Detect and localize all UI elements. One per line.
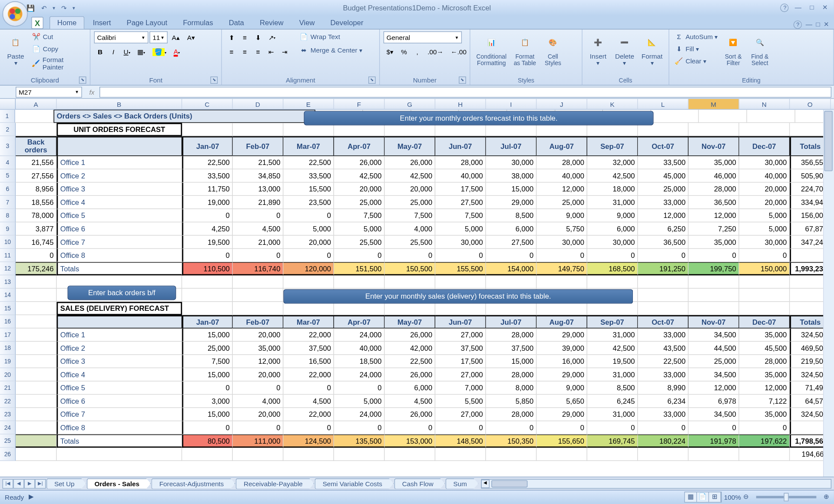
cell[interactable]: 151,500 [334, 262, 385, 276]
cell[interactable]: 0 [283, 249, 334, 262]
sheet-tab[interactable]: Orders - Sales [86, 478, 151, 489]
close-button[interactable]: ✕ [820, 3, 831, 12]
cell[interactable] [688, 123, 739, 136]
cell[interactable]: 0 [739, 421, 790, 435]
cell[interactable]: Mar-07 [283, 136, 334, 156]
cell[interactable]: 20,000 [739, 196, 790, 209]
cell[interactable]: 36,500 [688, 196, 739, 209]
cell[interactable]: 169,745 [587, 435, 638, 448]
cell[interactable]: 0 [283, 421, 334, 435]
row-header[interactable]: 6 [0, 183, 16, 196]
cell[interactable]: 8,500 [486, 209, 537, 223]
cell[interactable]: 27,000 [435, 368, 486, 382]
cell[interactable]: Jul-07 [486, 315, 537, 329]
tab-page-layout[interactable]: Page Layout [119, 17, 175, 29]
cell[interactable]: 30,000 [435, 236, 486, 249]
cell[interactable]: 30,000 [739, 156, 790, 169]
col-header-L[interactable]: L [638, 99, 689, 109]
cell[interactable] [651, 110, 699, 123]
cell[interactable] [688, 275, 739, 289]
cell[interactable]: 19,500 [182, 236, 233, 249]
cell[interactable]: 43,500 [638, 342, 689, 355]
cell[interactable]: Jun-07 [435, 315, 486, 329]
cell[interactable]: 4,000 [233, 395, 284, 408]
cell[interactable]: 0 [385, 421, 436, 435]
cell[interactable]: Totals [56, 435, 182, 448]
cell[interactable]: Sep-07 [587, 136, 638, 156]
cell[interactable]: 22,000 [283, 328, 334, 342]
cell[interactable] [16, 355, 56, 369]
sort-filter-button[interactable]: 🔽Sort & Filter [721, 31, 745, 67]
cell[interactable]: 0 [233, 249, 284, 262]
cell[interactable] [16, 435, 56, 448]
col-header-C[interactable]: C [182, 99, 233, 109]
ribbon-close[interactable]: ✕ [824, 20, 829, 29]
cell[interactable]: 34,500 [688, 368, 739, 382]
cell[interactable]: 24,000 [334, 328, 385, 342]
cell[interactable]: Office 7 [56, 236, 182, 249]
tab-home[interactable]: Home [50, 16, 85, 29]
cell[interactable]: Office 2 [56, 169, 182, 183]
row-header[interactable]: 24 [0, 421, 16, 435]
cell[interactable]: 8,990 [638, 382, 689, 395]
cell[interactable]: 0 [334, 421, 385, 435]
cell[interactable]: 8,956 [16, 183, 56, 196]
cell[interactable]: 44,500 [688, 342, 739, 355]
cell[interactable]: Apr-07 [334, 315, 385, 329]
cell[interactable]: 9,000 [587, 209, 638, 223]
cell[interactable]: 7,500 [334, 209, 385, 223]
row-header[interactable]: 20 [0, 368, 16, 382]
office-button[interactable] [3, 1, 28, 26]
cell[interactable]: 19,000 [182, 196, 233, 209]
cell[interactable]: 168,500 [587, 262, 638, 276]
cell[interactable]: 191,978 [688, 435, 739, 448]
cell[interactable]: 40,000 [536, 169, 587, 183]
copy-button[interactable]: 📄Copy [30, 43, 86, 54]
cell[interactable] [739, 302, 790, 315]
cell[interactable]: Office 7 [56, 408, 182, 422]
cell[interactable]: SALES (DELIVERY) FORECAST [56, 302, 182, 315]
cell[interactable]: 0 [233, 382, 284, 395]
wrap-text-button[interactable]: 📄Wrap Text [298, 31, 364, 42]
cell[interactable]: 154,000 [486, 262, 537, 276]
cell[interactable]: 25,000 [688, 355, 739, 369]
cell[interactable]: 7,000 [435, 382, 486, 395]
cell[interactable]: 199,750 [688, 262, 739, 276]
cell[interactable]: 80,500 [182, 435, 233, 448]
minimize-button[interactable]: — [792, 3, 804, 12]
zoom-slider[interactable] [756, 496, 817, 498]
cell[interactable]: Office 8 [56, 421, 182, 435]
font-color-button[interactable]: A▾ [171, 46, 183, 58]
sheet-tab[interactable]: Sum [446, 478, 479, 489]
cell[interactable]: Apr-07 [334, 136, 385, 156]
cell[interactable]: 38,000 [486, 169, 537, 183]
row-header[interactable]: 8 [0, 209, 16, 223]
cell[interactable] [435, 448, 486, 461]
cell[interactable]: 45,000 [638, 169, 689, 183]
paste-button[interactable]: 📋 Paste▾ [3, 31, 28, 67]
cell[interactable]: 25,000 [385, 196, 436, 209]
font-name-select[interactable]: Calibri▼ [94, 31, 149, 43]
delete-button[interactable]: ➖Delete▾ [612, 31, 637, 67]
row-header[interactable]: 10 [0, 236, 16, 249]
cell[interactable] [16, 275, 56, 289]
cell[interactable]: 21,500 [233, 156, 284, 169]
cell[interactable]: 35,000 [233, 342, 284, 355]
cell[interactable]: 175,246 [16, 262, 56, 276]
row-header[interactable]: 26 [0, 448, 16, 461]
cell[interactable] [233, 448, 284, 461]
cell[interactable] [638, 289, 689, 302]
cell[interactable]: 32,000 [587, 156, 638, 169]
cell[interactable]: 37,500 [283, 342, 334, 355]
cell[interactable] [536, 302, 587, 315]
cell[interactable] [435, 275, 486, 289]
clear-button[interactable]: 🧹Clear ▾ [673, 56, 719, 66]
cell[interactable]: Orders <> Sales <> Back Orders (Units) [54, 110, 315, 123]
cell[interactable]: 0 [486, 249, 537, 262]
tab-insert[interactable]: Insert [86, 17, 118, 29]
col-header-N[interactable]: N [739, 99, 790, 109]
cell[interactable]: 15,000 [182, 328, 233, 342]
cell[interactable]: Nov-07 [688, 136, 739, 156]
cell[interactable]: 33,000 [638, 408, 689, 422]
cell[interactable]: 9,000 [536, 382, 587, 395]
